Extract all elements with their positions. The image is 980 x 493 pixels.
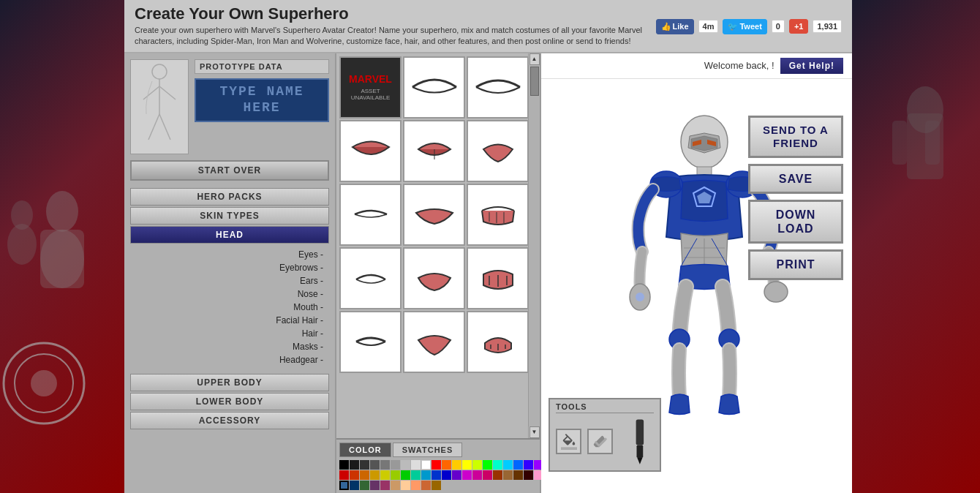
lower-body-button[interactable]: LOWER BODY	[130, 393, 329, 410]
swatch[interactable]	[513, 470, 523, 480]
costume-item-4[interactable]	[403, 120, 465, 182]
scroll-up-arrow[interactable]: ▲	[529, 53, 540, 65]
costume-item-9[interactable]	[339, 247, 402, 309]
upper-body-button[interactable]: UPPER BODY	[130, 374, 329, 391]
hero-name-input[interactable]: TYPE NAME HERE	[195, 78, 329, 122]
welcome-bar: Welcome back, ! Get Help!	[541, 53, 852, 79]
swatch[interactable]	[401, 460, 410, 470]
swatch[interactable]	[421, 470, 431, 480]
scroll-down-arrow[interactable]: ▼	[529, 426, 540, 438]
swatch[interactable]	[472, 470, 482, 480]
costume-item-13[interactable]	[403, 311, 465, 373]
send-to-friend-button[interactable]: SEND TO AFRIEND	[748, 116, 843, 158]
swatch[interactable]	[350, 481, 359, 490]
scroll-thumb[interactable]	[530, 67, 539, 96]
start-over-button[interactable]: START OVER	[130, 160, 329, 181]
swatch[interactable]	[503, 470, 513, 480]
swatch[interactable]	[360, 481, 369, 490]
eyes-item[interactable]: Eyes -	[130, 248, 329, 261]
category-section: HERO PACKS SKIN TYPES HEAD	[124, 185, 335, 246]
swatch[interactable]	[421, 481, 431, 490]
ears-item[interactable]: Ears -	[130, 274, 329, 287]
swatch[interactable]	[350, 460, 359, 470]
head-submenu: Eyes - Eyebrows - Ears - Nose - Mouth - …	[124, 246, 335, 368]
swatch[interactable]	[360, 470, 369, 480]
swatch[interactable]	[452, 470, 461, 480]
costume-item-14[interactable]	[467, 311, 529, 373]
swatch[interactable]	[391, 481, 400, 490]
swatch[interactable]	[370, 470, 380, 480]
swatch[interactable]	[513, 460, 523, 470]
costume-item-3[interactable]	[339, 120, 402, 182]
swatch[interactable]	[442, 470, 451, 480]
facebook-like-button[interactable]: 👍 Like	[656, 19, 694, 34]
swatch[interactable]	[411, 470, 421, 480]
swatch[interactable]	[411, 481, 421, 490]
download-button[interactable]: DOWNLOAD	[748, 200, 843, 244]
gplus-button[interactable]: +1	[789, 19, 809, 34]
swatch[interactable]	[380, 481, 390, 490]
costume-item-1[interactable]	[403, 56, 465, 118]
swatches-tab-button[interactable]: SWATCHES	[393, 443, 463, 457]
costume-item-6[interactable]	[339, 184, 402, 246]
color-tab-button[interactable]: COLOR	[339, 443, 391, 457]
paint-bucket-tool[interactable]	[556, 429, 581, 454]
swatch[interactable]	[411, 460, 421, 470]
masks-item[interactable]: Masks -	[130, 340, 329, 353]
swatch[interactable]	[370, 481, 380, 490]
get-help-button[interactable]: Get Help!	[780, 58, 843, 74]
swatch[interactable]	[391, 460, 400, 470]
mouth-item[interactable]: Mouth -	[130, 301, 329, 314]
swatch[interactable]	[360, 460, 369, 470]
swatch[interactable]	[339, 460, 349, 470]
swatch[interactable]	[421, 460, 431, 470]
headgear-item[interactable]: Headgear -	[130, 353, 329, 366]
swatch[interactable]	[452, 460, 461, 470]
hair-item[interactable]: Hair -	[130, 327, 329, 340]
swatch[interactable]	[493, 470, 502, 480]
swatch[interactable]	[524, 470, 533, 480]
swatch[interactable]	[380, 470, 390, 480]
swatch[interactable]	[462, 460, 472, 470]
swatch[interactable]	[339, 470, 349, 480]
costume-item-12[interactable]	[339, 311, 402, 373]
swatch[interactable]	[431, 460, 441, 470]
swatch-selected[interactable]	[339, 481, 349, 490]
swatch[interactable]	[462, 470, 472, 480]
save-button[interactable]: SAVE	[748, 164, 843, 194]
swatch[interactable]	[401, 481, 410, 490]
twitter-tweet-button[interactable]: 🐦 Tweet	[723, 19, 766, 34]
eraser-tool[interactable]	[587, 429, 613, 454]
costume-item-7[interactable]	[403, 184, 465, 246]
costume-item-5[interactable]	[467, 120, 529, 182]
eyebrows-item[interactable]: Eyebrows -	[130, 261, 329, 274]
swatch[interactable]	[493, 460, 502, 470]
skin-types-button[interactable]: SKIN TYPES	[130, 207, 329, 225]
scroll-bar[interactable]: ▲ ▼	[528, 53, 540, 438]
hero-packs-button[interactable]: HERO PACKS	[130, 188, 329, 206]
costume-item-11[interactable]	[467, 247, 529, 309]
prototype-right: PROTOTYPE DATA TYPE NAME HERE	[195, 59, 329, 154]
swatch[interactable]	[391, 470, 400, 480]
print-button[interactable]: PRINT	[748, 249, 843, 279]
head-button[interactable]: HEAD	[130, 226, 329, 244]
costume-item-2[interactable]	[467, 56, 529, 118]
swatch[interactable]	[483, 470, 492, 480]
swatch[interactable]	[442, 460, 451, 470]
swatch[interactable]	[431, 470, 441, 480]
nose-item[interactable]: Nose -	[130, 287, 329, 301]
swatch[interactable]	[524, 460, 533, 470]
swatch[interactable]	[380, 460, 390, 470]
swatch[interactable]	[483, 460, 492, 470]
accessory-button[interactable]: ACCESSORY	[130, 412, 329, 429]
swatch[interactable]	[370, 460, 380, 470]
costume-item-marvel[interactable]: MARVEL ASSETUNAVAILABLE	[339, 56, 402, 118]
swatch[interactable]	[431, 481, 441, 490]
facial-hair-item[interactable]: Facial Hair -	[130, 314, 329, 327]
swatch[interactable]	[503, 460, 513, 470]
costume-item-10[interactable]	[403, 247, 465, 309]
swatch[interactable]	[472, 460, 482, 470]
swatch[interactable]	[401, 470, 410, 480]
costume-item-8[interactable]	[467, 184, 529, 246]
swatch[interactable]	[350, 470, 359, 480]
